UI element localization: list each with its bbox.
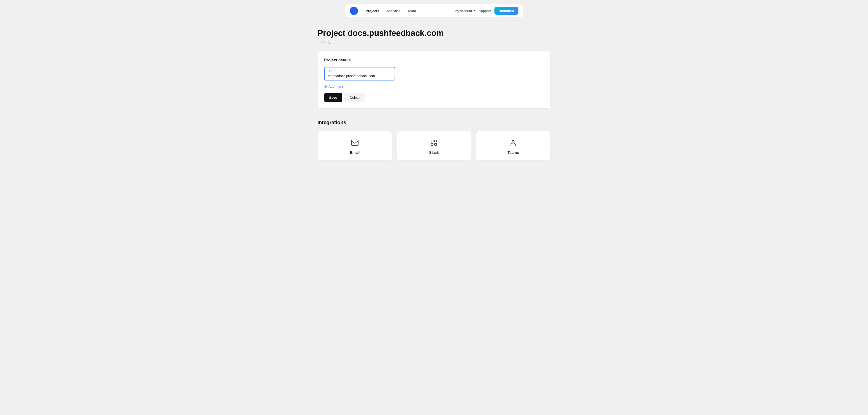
nav-analytics[interactable]: Analytics bbox=[383, 7, 403, 14]
project-details-title: Project details bbox=[324, 58, 544, 62]
integrations-section: Integrations Email bbox=[318, 120, 551, 160]
integrations-grid: Email Slack bbox=[318, 131, 551, 160]
project-details-card: Project details URL https://docs.pushfee… bbox=[318, 51, 551, 109]
svg-rect-2 bbox=[435, 140, 437, 142]
url-field-box[interactable]: URL https://docs.pushfeedback.com bbox=[324, 67, 395, 81]
project-id-subtitle: abcdefg bbox=[318, 40, 551, 44]
slack-label: Slack bbox=[429, 151, 439, 155]
support-link[interactable]: Support bbox=[479, 9, 491, 13]
email-icon bbox=[351, 139, 359, 148]
add-more-button[interactable]: ⊕ Add more bbox=[324, 84, 343, 88]
svg-rect-3 bbox=[431, 143, 433, 145]
teams-icon bbox=[509, 139, 517, 148]
unlimited-button[interactable]: Unlimited bbox=[494, 7, 518, 14]
nav-team[interactable]: Team bbox=[404, 7, 419, 14]
chevron-down-icon bbox=[473, 10, 475, 11]
delete-button[interactable]: Delete bbox=[345, 93, 365, 102]
integration-slack-card[interactable]: Slack bbox=[397, 131, 471, 160]
save-button[interactable]: Save bbox=[324, 93, 342, 102]
plus-circle-icon: ⊕ bbox=[324, 84, 327, 88]
nav-links: Projects Analytics Team bbox=[363, 7, 453, 14]
svg-point-5 bbox=[512, 140, 514, 143]
account-label: My account bbox=[455, 9, 472, 13]
navbar: Projects Analytics Team My account Suppo… bbox=[345, 4, 523, 18]
email-label: Email bbox=[350, 151, 360, 155]
slack-icon bbox=[430, 139, 438, 148]
integrations-title: Integrations bbox=[318, 120, 551, 125]
integration-teams-card[interactable]: Teams bbox=[476, 131, 551, 160]
url-value: https://docs.pushfeedback.com bbox=[328, 74, 392, 78]
svg-rect-0 bbox=[351, 140, 358, 145]
app-logo-icon bbox=[350, 7, 358, 15]
nav-wrapper: Projects Analytics Team My account Suppo… bbox=[0, 0, 868, 18]
url-fields-row: URL https://docs.pushfeedback.com bbox=[324, 67, 544, 81]
teams-label: Teams bbox=[507, 151, 519, 155]
svg-rect-4 bbox=[435, 143, 437, 145]
svg-rect-1 bbox=[431, 140, 433, 142]
form-actions: Save Delete bbox=[324, 93, 544, 102]
url-label: URL bbox=[328, 70, 392, 73]
page-title: Project docs.pushfeedback.com bbox=[318, 28, 551, 38]
main-content: Project docs.pushfeedback.com abcdefg Pr… bbox=[308, 28, 560, 160]
nav-projects[interactable]: Projects bbox=[363, 7, 382, 14]
integration-email-card[interactable]: Email bbox=[318, 131, 392, 160]
nav-right: My account Support Unlimited bbox=[455, 7, 519, 14]
account-menu-button[interactable]: My account bbox=[455, 9, 475, 13]
add-more-label: Add more bbox=[329, 84, 343, 88]
